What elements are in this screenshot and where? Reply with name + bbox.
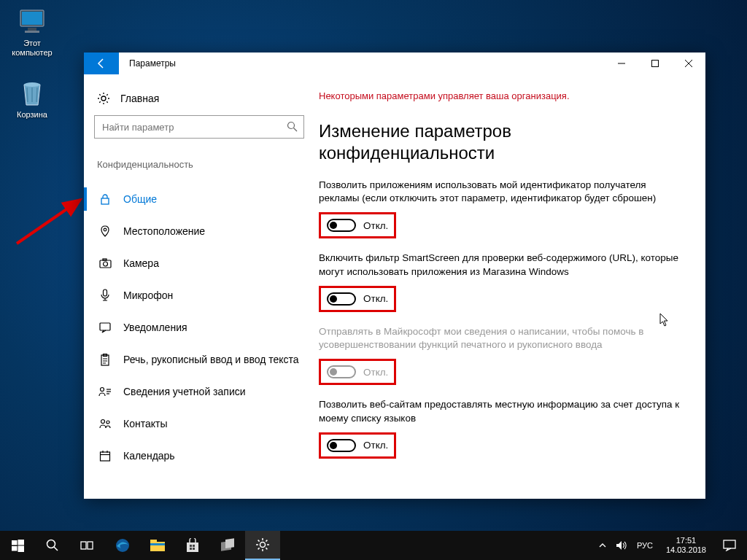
desktop-icon-label: Корзина xyxy=(6,110,58,120)
toggle-switch[interactable] xyxy=(327,439,356,452)
svg-line-5 xyxy=(17,200,80,244)
setting-language-list: Позволить веб-сайтам предоставлять местн… xyxy=(319,398,688,458)
setting-description: Отправлять в Майкрософт мои сведения о н… xyxy=(319,325,688,351)
svg-rect-46 xyxy=(190,545,192,547)
svg-rect-7 xyxy=(652,61,659,67)
desktop-icon-recycle-bin[interactable]: Корзина xyxy=(6,79,58,120)
calendar-icon xyxy=(98,449,112,462)
maximize-button[interactable] xyxy=(638,52,672,74)
svg-rect-34 xyxy=(18,540,24,545)
sidebar-section-header: Конфиденциальность xyxy=(94,159,304,170)
svg-rect-36 xyxy=(18,545,24,552)
toggle-switch[interactable] xyxy=(327,219,356,232)
svg-point-8 xyxy=(101,96,106,101)
sidebar-item-microphone[interactable]: Микрофон xyxy=(94,279,304,311)
svg-rect-11 xyxy=(101,198,109,204)
setting-description: Позволить веб-сайтам предоставлять местн… xyxy=(319,398,688,424)
tray-language[interactable]: РУС xyxy=(632,541,657,550)
svg-point-12 xyxy=(104,228,107,231)
home-button[interactable]: Главная xyxy=(94,88,304,115)
home-label: Главная xyxy=(120,93,159,104)
svg-rect-53 xyxy=(724,540,735,548)
contacts-icon xyxy=(98,417,112,430)
sidebar-item-label: Общие xyxy=(123,193,157,205)
close-button[interactable] xyxy=(672,52,705,74)
svg-rect-44 xyxy=(150,543,165,545)
org-managed-notice: Некоторыми параметрами управляет ваша ор… xyxy=(319,90,688,101)
sidebar-item-location[interactable]: Местоположение xyxy=(94,215,304,247)
svg-rect-43 xyxy=(150,540,157,542)
svg-point-9 xyxy=(288,122,295,129)
annotation-arrow xyxy=(13,191,86,249)
svg-line-10 xyxy=(294,128,298,132)
location-icon xyxy=(98,225,112,238)
taskbar-app[interactable] xyxy=(210,531,245,560)
camera-icon xyxy=(98,257,112,270)
svg-rect-15 xyxy=(103,259,107,260)
back-button[interactable] xyxy=(84,52,119,74)
sidebar-item-label: Камера xyxy=(123,257,159,269)
taskbar-settings[interactable] xyxy=(245,531,280,560)
annotation-highlight: Откл. xyxy=(319,432,396,459)
toggle-switch[interactable] xyxy=(327,292,356,306)
setting-description: Позволить приложениям использовать мой и… xyxy=(319,179,688,205)
taskbar-edge[interactable] xyxy=(105,531,140,560)
search-input-wrapper[interactable] xyxy=(94,115,304,139)
sidebar-item-label: Календарь xyxy=(123,450,175,462)
tray-action-center-icon[interactable] xyxy=(715,540,744,551)
minimize-button[interactable] xyxy=(605,52,638,74)
sidebar-item-account-info[interactable]: Сведения учетной записи xyxy=(94,376,304,408)
svg-rect-49 xyxy=(193,548,195,550)
svg-point-28 xyxy=(107,421,109,424)
annotation-highlight: Откл. xyxy=(319,359,396,385)
toggle-label: Откл. xyxy=(363,293,388,304)
setting-description: Включить фильтр SmartScreen для проверки… xyxy=(319,252,688,278)
sidebar-item-general[interactable]: Общие xyxy=(94,183,304,215)
pc-icon xyxy=(18,7,47,36)
svg-rect-47 xyxy=(193,545,195,547)
system-tray: РУС 17:51 14.03.2018 xyxy=(595,531,747,560)
sidebar-item-label: Местоположение xyxy=(123,225,205,237)
tray-volume-icon[interactable] xyxy=(614,540,630,551)
svg-rect-40 xyxy=(88,542,93,549)
annotation-highlight: Откл. xyxy=(319,212,396,238)
start-button[interactable] xyxy=(0,531,35,560)
svg-rect-33 xyxy=(12,540,18,545)
sidebar-item-contacts[interactable]: Контакты xyxy=(94,408,304,440)
sidebar-item-camera[interactable]: Камера xyxy=(94,247,304,279)
sidebar-item-notifications[interactable]: Уведомления xyxy=(94,311,304,343)
task-view-button[interactable] xyxy=(70,531,105,560)
desktop-icon-label: Этот компьютер xyxy=(6,39,58,58)
sidebar-item-label: Уведомления xyxy=(123,322,187,333)
sidebar-item-speech[interactable]: Речь, рукописный ввод и ввод текста xyxy=(94,343,304,376)
svg-rect-35 xyxy=(12,546,18,551)
svg-rect-42 xyxy=(150,542,165,551)
notification-icon xyxy=(98,321,112,334)
window-title: Параметры xyxy=(119,52,605,74)
sidebar: Главная Конфиденциальность Общие Местопо… xyxy=(84,74,314,499)
sidebar-item-label: Речь, рукописный ввод и ввод текста xyxy=(123,354,299,365)
taskbar-explorer[interactable] xyxy=(140,531,175,560)
svg-rect-1 xyxy=(22,12,42,25)
svg-point-23 xyxy=(101,388,104,392)
gear-icon xyxy=(97,92,110,105)
taskbar-store[interactable] xyxy=(175,531,210,560)
search-button[interactable] xyxy=(35,531,70,560)
tray-chevron-up-icon[interactable] xyxy=(595,542,611,548)
svg-rect-29 xyxy=(101,452,110,461)
desktop-icon-this-pc[interactable]: Этот компьютер xyxy=(6,7,58,58)
tray-clock[interactable]: 17:51 14.03.2018 xyxy=(660,536,712,555)
svg-rect-16 xyxy=(104,289,107,296)
svg-rect-48 xyxy=(190,548,192,550)
microphone-icon xyxy=(98,289,112,302)
titlebar: Параметры xyxy=(84,52,705,74)
setting-advertising-id: Позволить приложениям использовать мой и… xyxy=(319,179,688,238)
search-input[interactable] xyxy=(102,122,282,133)
account-icon xyxy=(98,385,112,398)
svg-rect-39 xyxy=(81,542,86,549)
svg-rect-45 xyxy=(187,542,198,552)
sidebar-item-calendar[interactable]: Календарь xyxy=(94,440,304,472)
setting-smartscreen: Включить фильтр SmartScreen для проверки… xyxy=(319,252,688,311)
taskbar: РУС 17:51 14.03.2018 xyxy=(0,531,747,560)
svg-point-52 xyxy=(260,542,266,548)
